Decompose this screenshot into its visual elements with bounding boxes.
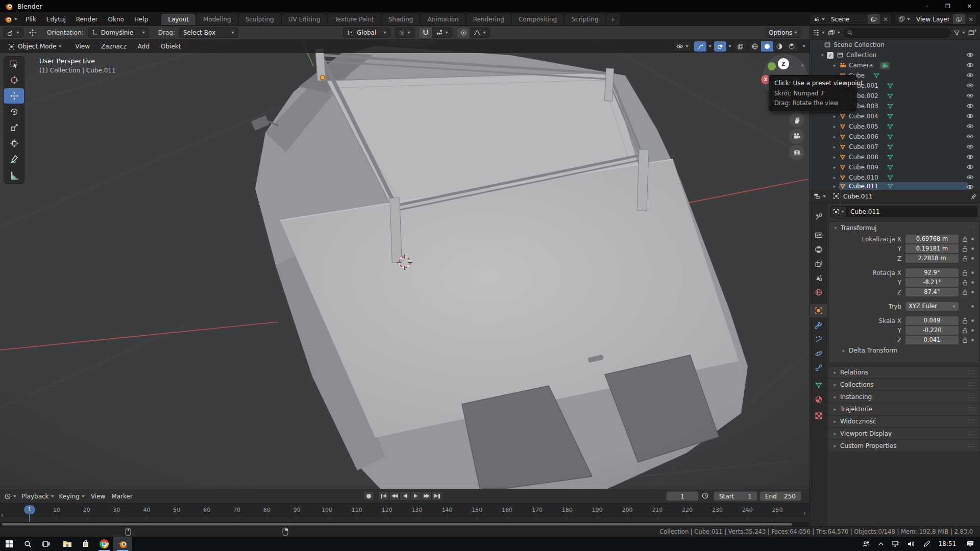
view-layer-name[interactable]: View Layer <box>913 14 953 24</box>
object-visibility-dropdown[interactable] <box>673 41 692 52</box>
hide-eye-icon[interactable] <box>966 122 974 132</box>
orientation-dropdown[interactable]: Domyślnie <box>88 28 149 38</box>
rot-z-field[interactable]: 87.4° <box>905 288 959 296</box>
rot-y-field[interactable]: -8.21° <box>905 278 959 287</box>
tab-modifiers[interactable] <box>810 318 827 332</box>
loc-x-field[interactable]: 0.69768 m <box>905 235 959 243</box>
gizmo-z-axis-ball[interactable]: Z <box>778 58 789 69</box>
workspace-tab-rendering[interactable]: Rendering <box>467 14 511 25</box>
new-view-layer-button[interactable] <box>953 14 965 24</box>
expand-icon[interactable]: ▸ <box>832 144 837 149</box>
camera-data-badge[interactable] <box>880 62 890 69</box>
menu-edytuj[interactable]: Edytuj <box>41 14 71 25</box>
shading-rendered-button[interactable] <box>786 41 798 52</box>
taskbar-clock[interactable]: 18:51 <box>934 537 961 551</box>
blender-menu-button[interactable] <box>0 15 20 23</box>
scene-name[interactable]: Scene <box>828 14 868 24</box>
new-scene-button[interactable] <box>868 14 880 24</box>
expand-icon[interactable]: ▸ <box>832 63 837 68</box>
tab-texture[interactable] <box>810 409 827 422</box>
menu-plik[interactable]: Plik <box>20 14 41 25</box>
panel-drag-dots[interactable]: ········ <box>968 370 975 375</box>
tab-output[interactable] <box>810 243 827 256</box>
panel-trajektorie[interactable]: ▸Trajektorie········ <box>828 403 979 415</box>
tab-object[interactable] <box>810 304 827 317</box>
menu-render[interactable]: Render <box>71 14 103 25</box>
hide-eye-icon[interactable] <box>966 102 974 111</box>
gizmo-y-axis-ball[interactable] <box>768 62 776 70</box>
hide-eye-icon[interactable] <box>966 163 974 172</box>
view-layer-icon[interactable] <box>895 14 913 24</box>
tool-rotate[interactable] <box>4 104 24 120</box>
orthographic-toggle-icon[interactable] <box>789 145 804 160</box>
menu-keying[interactable]: Keying <box>59 493 85 500</box>
outliner-row-mesh[interactable]: ▸ Cube.005 <box>810 121 980 132</box>
tab-scene[interactable] <box>810 271 827 285</box>
panel-drag-dots[interactable]: ········ <box>968 394 975 399</box>
next-keyframe-button[interactable] <box>421 491 432 500</box>
expand-icon[interactable]: ▸ <box>832 155 837 160</box>
remove-view-layer-button[interactable]: ✕ <box>965 14 976 24</box>
tool-move[interactable] <box>4 88 24 104</box>
shading-material-button[interactable] <box>773 41 786 52</box>
pen-tray-icon[interactable] <box>919 537 934 551</box>
tool-scale[interactable] <box>4 120 24 136</box>
unlock-icon[interactable] <box>961 289 969 295</box>
outliner-row-mesh[interactable]: ▸ Cube.006 <box>810 132 980 142</box>
unlock-icon[interactable] <box>961 337 969 343</box>
tab-material[interactable] <box>810 393 827 406</box>
tab-physics[interactable] <box>810 347 827 360</box>
outliner-row-collection[interactable]: ▾ ✓ Collection <box>810 50 980 60</box>
shading-wireframe-button[interactable] <box>749 41 761 52</box>
snap-toggle[interactable] <box>420 28 432 38</box>
collapse-region-arrow[interactable]: ‹ <box>803 510 806 517</box>
unlock-icon[interactable] <box>961 328 969 334</box>
tool-annotate[interactable] <box>4 152 24 167</box>
outliner-row-camera[interactable]: ▸ Camera <box>810 60 980 70</box>
workspace-tab-scripting[interactable]: Scripting <box>565 14 605 25</box>
expand-icon[interactable]: ▸ <box>832 184 837 189</box>
expand-icon[interactable]: ▸ <box>832 124 837 129</box>
unlock-icon[interactable] <box>961 256 969 262</box>
animate-dot[interactable] <box>971 305 974 308</box>
viewport-menu-view[interactable]: View <box>71 41 94 52</box>
delta-transform-subpanel[interactable]: ▸ Delta Transform <box>837 345 979 356</box>
snap-settings-dropdown[interactable] <box>432 28 452 38</box>
loc-y-field[interactable]: 0.19181 m <box>905 244 959 253</box>
drag-dropdown[interactable]: Select Box <box>179 28 238 38</box>
jump-to-start-button[interactable] <box>378 491 389 500</box>
mode-dropdown[interactable]: Object Mode <box>4 41 66 52</box>
outliner-search-input[interactable] <box>843 28 950 38</box>
panel-collections[interactable]: ▸Collections········ <box>828 379 979 390</box>
start-button[interactable] <box>0 537 18 551</box>
play-button[interactable] <box>410 491 421 500</box>
network-tray-icon[interactable] <box>888 537 903 551</box>
animate-dot[interactable] <box>971 319 974 322</box>
scene-icon[interactable] <box>810 14 828 24</box>
panel-drag-dots[interactable]: ········ <box>968 419 975 424</box>
tool-cursor[interactable] <box>4 72 24 88</box>
menu-marker[interactable]: Marker <box>111 493 132 500</box>
timeline-track[interactable] <box>0 516 810 522</box>
view-layer-selector[interactable]: View Layer ✕ <box>895 14 977 24</box>
editor-type-dropdown[interactable] <box>813 29 825 36</box>
rotation-mode-dropdown[interactable]: XYZ Euler <box>905 302 959 311</box>
editor-type-dropdown[interactable] <box>813 192 826 200</box>
outliner-row-mesh[interactable]: ▸ Cube.009 <box>810 162 980 172</box>
unlock-icon[interactable] <box>961 236 969 242</box>
animate-dot[interactable] <box>971 238 974 240</box>
unlock-icon[interactable] <box>961 280 969 286</box>
file-explorer-button[interactable] <box>58 537 77 551</box>
action-center-button[interactable] <box>961 537 980 551</box>
hide-eye-icon[interactable] <box>966 61 974 70</box>
task-view-button[interactable] <box>37 537 55 551</box>
unlock-icon[interactable] <box>961 270 969 276</box>
move-gizmo-icon[interactable] <box>27 28 39 38</box>
workspace-tab-layout[interactable]: Layout <box>161 14 195 25</box>
expand-icon[interactable]: ▸ <box>832 165 837 170</box>
scale-y-field[interactable]: -0.220 <box>905 326 959 335</box>
outliner-row-mesh[interactable]: ▸ Cube.008 <box>810 152 980 162</box>
panel-widocznosc[interactable]: ▸Widoczność········ <box>828 415 979 427</box>
hide-eye-icon[interactable] <box>966 51 974 60</box>
animate-dot[interactable] <box>971 291 974 293</box>
